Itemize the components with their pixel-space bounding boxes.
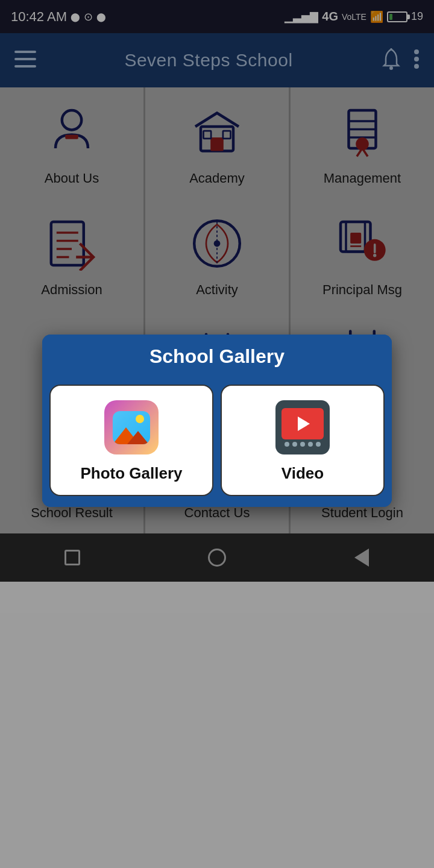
pg-mountain2 [127, 431, 149, 444]
video-option[interactable]: Video [221, 385, 385, 496]
video-play-button [298, 417, 310, 431]
video-screen [281, 408, 324, 439]
video-label: Video [281, 464, 324, 483]
photo-gallery-option[interactable]: Photo Gallery [49, 385, 213, 496]
modal-options: Photo Gallery Video [42, 377, 392, 507]
video-dots [285, 442, 321, 447]
photo-gallery-label: Photo Gallery [80, 464, 182, 483]
photo-gallery-icon [104, 400, 159, 454]
modal-overlay[interactable]: School Gallery Photo Gallery [0, 0, 434, 868]
video-dot-1 [285, 442, 289, 447]
modal-title: School Gallery [42, 335, 392, 377]
video-dot-2 [292, 442, 297, 447]
photo-gallery-icon-inner [113, 411, 150, 444]
pg-sun [136, 415, 144, 423]
video-icon-graphic [275, 400, 330, 454]
video-dot-4 [308, 442, 313, 447]
video-dot-5 [316, 442, 321, 447]
video-dot-3 [300, 442, 305, 447]
school-gallery-modal: School Gallery Photo Gallery [42, 335, 392, 507]
